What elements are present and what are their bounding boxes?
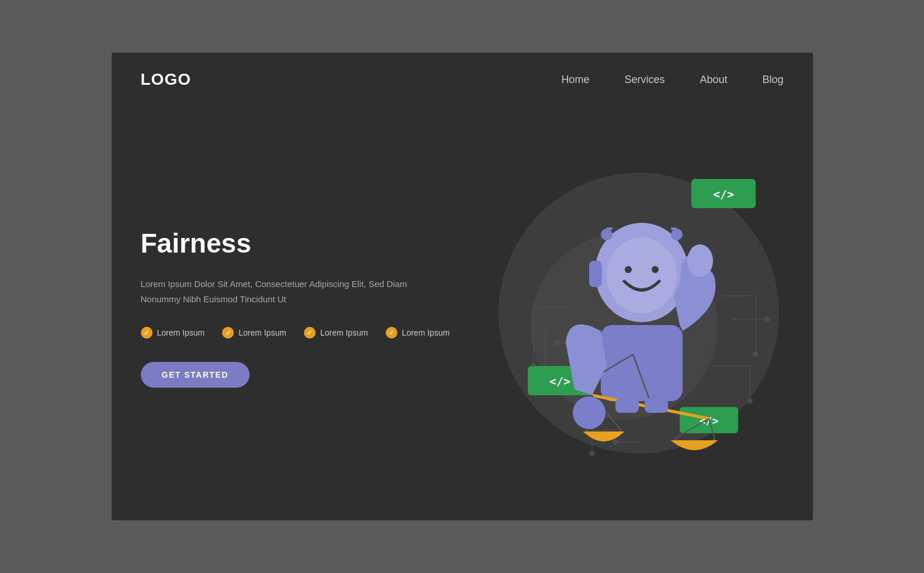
nav-services[interactable]: Services (624, 74, 665, 86)
checklist-label-1: Lorem Ipsum (157, 328, 205, 337)
svg-point-12 (765, 317, 770, 322)
checklist-item-3: Lorem Ipsum (304, 327, 368, 339)
svg-point-28 (625, 266, 632, 273)
svg-point-27 (607, 237, 677, 313)
svg-point-29 (652, 266, 659, 273)
logo: LOGO (141, 70, 191, 89)
nav-blog[interactable]: Blog (762, 74, 783, 86)
nav-about[interactable]: About (700, 74, 727, 86)
svg-point-46 (573, 396, 605, 429)
svg-point-32 (671, 229, 683, 240)
header: LOGO Home Services About Blog (112, 53, 813, 106)
check-icon-1 (141, 327, 153, 339)
svg-point-20 (613, 440, 618, 444)
svg-rect-48 (645, 398, 668, 413)
svg-point-10 (753, 352, 758, 357)
svg-rect-37 (691, 246, 700, 264)
main-content: Fairness Lorem Ipsum Dolor Sit Amet, Con… (112, 106, 813, 520)
navigation: Home Services About Blog (561, 74, 783, 86)
hero-section: Fairness Lorem Ipsum Dolor Sit Amet, Con… (141, 227, 494, 388)
checklist-label-2: Lorem Ipsum (238, 328, 286, 337)
checklist-item-2: Lorem Ipsum (222, 327, 286, 339)
hero-description: Lorem Ipsum Dolor Sit Amet, Consectetuer… (141, 277, 421, 306)
checklist-label-3: Lorem Ipsum (320, 328, 368, 337)
svg-text:</>: </> (549, 374, 570, 388)
svg-point-7 (555, 340, 559, 345)
page-wrapper: LOGO Home Services About Blog Fairness L… (112, 53, 813, 520)
svg-rect-34 (589, 261, 602, 287)
check-icon-3 (304, 327, 316, 339)
checklist-label-4: Lorem Ipsum (402, 328, 450, 337)
check-icon-2 (222, 327, 234, 339)
nav-home[interactable]: Home (561, 74, 589, 86)
checklist: Lorem Ipsum Lorem Ipsum Lorem Ipsum Lore… (141, 327, 471, 339)
svg-point-36 (687, 244, 713, 277)
hero-title: Fairness (141, 227, 471, 259)
illustration-section: </> </> </> (494, 118, 784, 497)
cta-button[interactable]: GET STARTED (141, 362, 250, 388)
svg-rect-25 (601, 325, 683, 401)
svg-rect-47 (615, 398, 639, 413)
svg-point-18 (590, 451, 594, 456)
svg-point-15 (747, 399, 752, 403)
checklist-item-4: Lorem Ipsum (386, 327, 450, 339)
check-icon-4 (386, 327, 397, 339)
svg-text:</>: </> (713, 187, 734, 201)
robot-illustration: </> </> </> (499, 144, 779, 471)
checklist-item-1: Lorem Ipsum (141, 327, 205, 339)
svg-point-30 (601, 229, 612, 240)
